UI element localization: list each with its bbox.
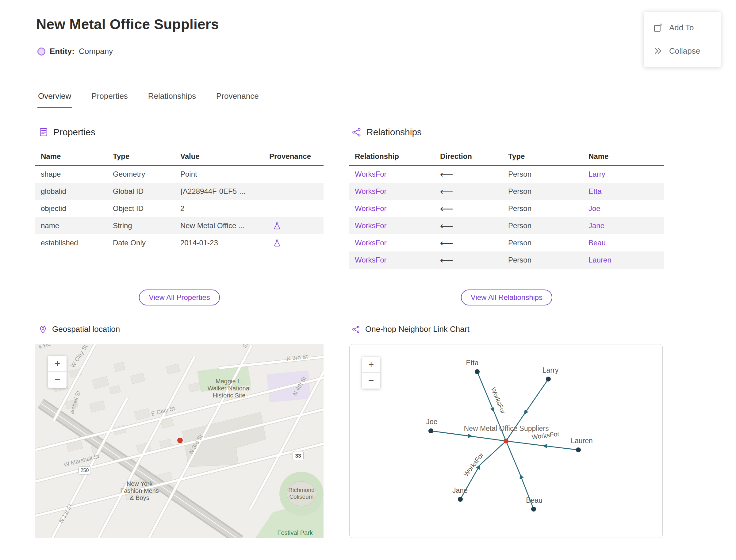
node-label: Joe [426, 418, 437, 426]
svg-text:Fashion Mens: Fashion Mens [120, 487, 159, 494]
geospatial-section-header: Geospatial location [39, 324, 120, 334]
map-canvas[interactable]: 250 33 k Rd W Clay St Sa N 3rd St N 4th … [35, 344, 324, 538]
provenance-flask-icon[interactable] [273, 222, 281, 230]
map-marker[interactable] [178, 438, 182, 443]
collapse-label: Collapse [669, 46, 700, 56]
entity-link[interactable]: Lauren [583, 256, 664, 264]
link-chart-section-title: One-hop Neighbor Link Chart [365, 324, 470, 334]
zoom-out-button[interactable]: − [48, 372, 67, 388]
link-chart-canvas[interactable]: WorksFor WorksFor WorksFor Etta Larry Jo… [350, 344, 662, 538]
direction-arrow: ⟵ [435, 169, 503, 180]
svg-text:33: 33 [295, 453, 301, 459]
entity-link[interactable]: Beau [583, 239, 664, 247]
properties-table-header: Name Type Value Provenance [35, 148, 324, 166]
relationships-section-title: Relationships [366, 127, 422, 137]
table-row: WorksFor ⟵ Person Joe [349, 200, 664, 217]
svg-text:New York: New York [127, 480, 153, 487]
route-shield-250: 250 [79, 466, 91, 474]
table-row: globalid Global ID {A228944F-0EF5-... [35, 183, 324, 200]
view-all-properties-button[interactable]: View All Properties [139, 290, 220, 305]
table-row: shape Geometry Point [35, 166, 324, 183]
table-row: WorksFor ⟵ Person Larry [349, 166, 664, 183]
properties-section-header: Properties [39, 127, 95, 137]
graph-node[interactable] [546, 377, 551, 382]
table-row: WorksFor ⟵ Person Jane [349, 217, 664, 234]
table-row: established Date Only 2014-01-23 [35, 234, 324, 251]
tab-provenance[interactable]: Provenance [216, 91, 259, 108]
link-chart-section-header: One-hop Neighbor Link Chart [352, 324, 470, 334]
col-header-provenance: Provenance [264, 152, 324, 161]
svg-text:250: 250 [81, 468, 89, 473]
node-label: Beau [526, 496, 542, 504]
relationships-section-header: Relationships [352, 127, 422, 137]
properties-section-title: Properties [53, 127, 95, 137]
entity-type-value: Company [79, 47, 113, 56]
entity-type-icon [37, 48, 45, 56]
zoom-out-button[interactable]: − [362, 373, 380, 389]
edge-label: WorksFor [462, 451, 485, 478]
relationship-link[interactable]: WorksFor [349, 187, 435, 196]
direction-arrow: ⟵ [435, 203, 503, 214]
tab-bar: Overview Properties Relationships Proven… [37, 91, 259, 108]
node-label: Lauren [571, 437, 593, 445]
svg-text:Richmond: Richmond [288, 487, 315, 493]
geospatial-map[interactable]: 250 33 k Rd W Clay St Sa N 3rd St N 4th … [35, 344, 324, 538]
col-header-value: Value [175, 152, 264, 161]
link-chart-icon [352, 325, 360, 334]
entity-link[interactable]: Jane [583, 221, 664, 230]
collapse-icon [653, 46, 663, 56]
relationship-link[interactable]: WorksFor [349, 204, 435, 213]
table-row: objectid Object ID 2 [35, 200, 324, 217]
graph-center-node[interactable] [504, 439, 508, 443]
col-header-type: Type [107, 152, 175, 161]
relationship-link[interactable]: WorksFor [349, 239, 435, 247]
relationships-table: Relationship Direction Type Name WorksFo… [349, 148, 664, 269]
page-title: New Metal Office Suppliers [36, 16, 219, 33]
relationships-table-header: Relationship Direction Type Name [349, 148, 664, 166]
add-to-label: Add To [669, 23, 694, 33]
entity-detail-page: New Metal Office Suppliers Entity: Compa… [0, 0, 736, 560]
entity-link[interactable]: Etta [583, 187, 664, 196]
direction-arrow: ⟵ [435, 238, 503, 248]
zoom-in-button[interactable]: + [362, 357, 380, 373]
geospatial-section-title: Geospatial location [52, 324, 120, 334]
route-shield-33: 33 [293, 451, 303, 460]
edge-label: WorksFor [490, 386, 507, 415]
direction-arrow: ⟵ [435, 186, 503, 197]
graph-node[interactable] [531, 507, 536, 512]
entity-badge: Entity: Company [37, 47, 113, 56]
provenance-flask-icon[interactable] [273, 239, 281, 247]
zoom-in-button[interactable]: + [48, 356, 67, 372]
svg-text:Historic Site: Historic Site [213, 392, 246, 399]
tab-properties[interactable]: Properties [91, 91, 128, 108]
entity-label: Entity: [50, 47, 75, 56]
table-row: name String New Metal Office ... [35, 217, 324, 234]
center-node-label: New Metal Office Suppliers [464, 424, 549, 432]
map-zoom-control: + − [48, 356, 67, 388]
svg-text:& Boys: & Boys [130, 494, 149, 501]
properties-table: Name Type Value Provenance shape Geometr… [35, 148, 324, 251]
relationships-icon [352, 127, 362, 137]
entity-link[interactable]: Larry [583, 170, 664, 178]
node-label: Larry [542, 366, 559, 374]
view-all-relationships-button[interactable]: View All Relationships [461, 290, 552, 305]
tab-relationships[interactable]: Relationships [148, 91, 197, 108]
col-header-name: Name [35, 152, 107, 161]
direction-arrow: ⟵ [435, 255, 503, 266]
location-pin-icon [39, 325, 47, 334]
tab-overview[interactable]: Overview [37, 91, 72, 108]
graph-node[interactable] [576, 447, 581, 452]
collapse-button[interactable]: Collapse [653, 46, 711, 56]
relationship-link[interactable]: WorksFor [349, 221, 435, 230]
link-chart[interactable]: WorksFor WorksFor WorksFor Etta Larry Jo… [349, 344, 663, 538]
graph-node[interactable] [458, 497, 463, 502]
graph-node[interactable] [428, 428, 433, 433]
add-to-button[interactable]: Add To [653, 23, 711, 33]
relationship-link[interactable]: WorksFor [349, 256, 435, 264]
graph-node[interactable] [475, 369, 480, 374]
actions-menu: Add To Collapse [644, 12, 721, 67]
relationship-link[interactable]: WorksFor [349, 170, 435, 178]
svg-text:Maggie L.: Maggie L. [216, 378, 243, 385]
entity-link[interactable]: Joe [583, 204, 664, 213]
coliseum-label: Richmond Coliseum [288, 487, 315, 500]
